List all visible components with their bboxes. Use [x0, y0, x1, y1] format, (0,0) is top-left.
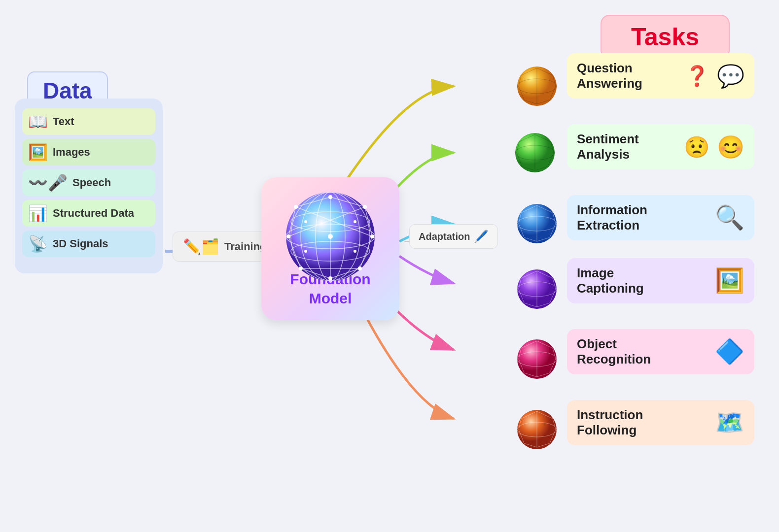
tasks-title-text: Tasks [631, 23, 699, 51]
foundation-sphere-icon [281, 187, 380, 286]
structured-icon: 📊 [28, 204, 48, 223]
captioning-label: Image Captioning [577, 266, 708, 296]
training-icon: ✏️🗂️ [183, 238, 219, 255]
svg-point-39 [304, 220, 307, 223]
svg-point-32 [370, 234, 374, 238]
task-card-instruction: Instruction Following 🗺️ [567, 400, 754, 445]
object-sphere [516, 338, 558, 382]
data-item-speech: 〰️🎤 Speech [22, 169, 155, 196]
svg-point-37 [328, 234, 333, 239]
captioning-icon: 🖼️ [715, 267, 744, 295]
happy-icon: 😊 [717, 134, 744, 160]
instruction-label: Instruction Following [577, 407, 708, 438]
sentiment-label: SentimentAnalysis [577, 132, 676, 162]
text-label: Text [53, 115, 74, 128]
task-card-info: Information Extraction 🔍 [567, 195, 754, 240]
structured-label: Structured Data [53, 207, 134, 220]
3d-label: 3D Signals [53, 237, 108, 250]
task-card-sentiment: SentimentAnalysis 😟 😊 [567, 124, 754, 169]
task-card-captioning: Image Captioning 🖼️ [567, 258, 754, 303]
sentiment-sphere [514, 132, 556, 176]
qa-sphere [516, 66, 558, 109]
data-panel: 📖 Text 🖼️ Images 〰️🎤 Speech 📊 Structured… [15, 99, 163, 273]
svg-point-41 [304, 250, 307, 253]
object-icon: 🔷 [715, 338, 744, 366]
task-card-qa: Question Answering ❓ 💬 [567, 53, 754, 99]
foundation-model-box: Foundation Model [261, 177, 399, 320]
3d-icon: 📡 [28, 234, 48, 253]
data-item-structured: 📊 Structured Data [22, 200, 155, 227]
speech-icon: 〰️🎤 [28, 173, 68, 192]
info-label: Information Extraction [577, 202, 708, 233]
qa-label: Question Answering [577, 61, 677, 91]
map-icon: 🗺️ [715, 409, 744, 436]
svg-point-29 [328, 195, 332, 199]
svg-point-34 [358, 266, 362, 270]
qa-chat-icon: 💬 [717, 63, 744, 89]
svg-point-36 [328, 276, 332, 280]
instruction-sphere [516, 409, 558, 453]
text-icon: 📖 [28, 112, 48, 131]
sad-icon: 😟 [684, 135, 709, 159]
svg-point-33 [286, 234, 290, 238]
training-label: Training [224, 240, 267, 253]
adaptation-label: Adaptation [419, 231, 470, 242]
adaptation-box: Adaptation 🖊️ [409, 224, 498, 249]
speech-label: Speech [72, 176, 111, 189]
magnify-icon: 🔍 [715, 204, 744, 232]
svg-point-35 [299, 266, 303, 270]
svg-point-30 [363, 205, 367, 209]
captioning-sphere [516, 268, 558, 312]
svg-point-31 [294, 205, 298, 209]
svg-point-38 [354, 220, 356, 223]
task-card-object: Object Recognition 🔷 [567, 329, 754, 374]
images-icon: 🖼️ [28, 143, 48, 162]
data-item-3d: 📡 3D Signals [22, 231, 155, 257]
svg-point-40 [354, 250, 356, 253]
data-item-images: 🖼️ Images [22, 139, 155, 166]
adaptation-icon: 🖊️ [474, 230, 489, 243]
tasks-title: Tasks [601, 15, 730, 59]
object-label: Object Recognition [577, 336, 708, 367]
qa-icon: ❓ [685, 65, 709, 88]
images-label: Images [53, 146, 90, 159]
data-item-text: 📖 Text [22, 108, 155, 135]
info-sphere [516, 203, 558, 247]
